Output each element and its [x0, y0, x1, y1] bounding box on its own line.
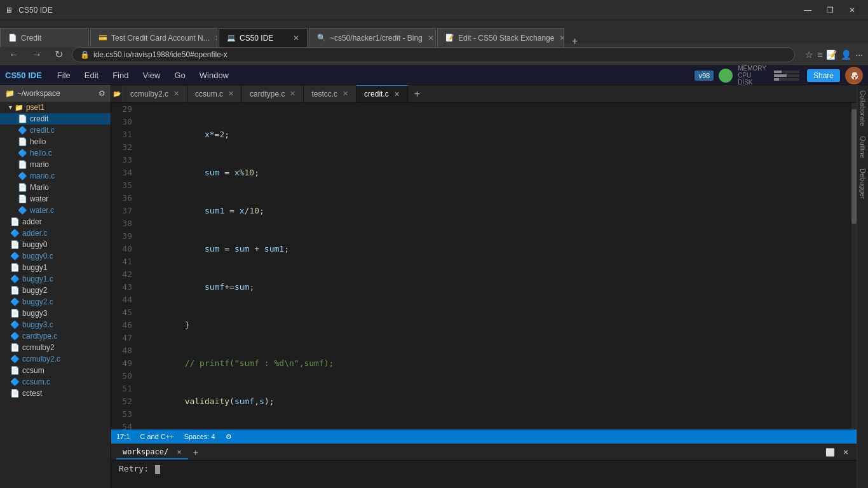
terminal-tab-close[interactable]: ✕ — [177, 447, 181, 456]
ccsum-tab-close[interactable]: ✕ — [228, 90, 234, 98]
terminal-maximize-button[interactable]: ⬜ — [823, 447, 837, 458]
sidebar-item-mario[interactable]: 📄 mario — [0, 159, 111, 170]
sidebar-item-buggy1[interactable]: 📄 buggy1 — [0, 262, 111, 273]
browser-tab-stackexchange[interactable]: 📝 Edit - CS50 Stack Exchange ✕ — [437, 28, 564, 47]
sidebar-item-adder[interactable]: 📄 adder — [0, 216, 111, 227]
right-sidebar-collaborate[interactable]: Collaborate — [858, 85, 868, 131]
editor-tab-credit[interactable]: credit.c ✕ — [356, 85, 408, 102]
terminal-close-button[interactable]: ✕ — [840, 447, 851, 458]
sidebar-item-buggy3-c[interactable]: 🔷 buggy3.c — [0, 319, 111, 330]
browser-tab-cs50ide[interactable]: 💻 CS50 IDE ✕ — [219, 28, 308, 47]
right-sidebar-debugger[interactable]: Debugger — [858, 163, 868, 204]
share-button[interactable]: Share — [807, 69, 840, 82]
testcc-tab-close[interactable]: ✕ — [342, 90, 348, 98]
adder-label: adder — [22, 217, 42, 226]
editor-tab-cardtype[interactable]: cardtype.c ✕ — [242, 86, 304, 102]
sidebar-item-buggy0-c[interactable]: 🔷 buggy0.c — [0, 250, 111, 262]
browser-tab-credit[interactable]: 📄 Credit — [0, 28, 89, 47]
sidebar-item-buggy2[interactable]: 📄 buggy2 — [0, 285, 111, 296]
tab-cs50ide-close[interactable]: ✕ — [288, 34, 299, 43]
refresh-button[interactable]: ↻ — [51, 47, 67, 62]
sidebar-item-buggy1-c[interactable]: 🔷 buggy1.c — [0, 273, 111, 285]
sidebar-header: 📁 ~/workspace ⚙ — [0, 85, 111, 102]
sidebar-gear-icon[interactable]: ⚙ — [98, 89, 105, 98]
sidebar-item-mario-c[interactable]: 🔷 mario.c — [0, 170, 111, 182]
add-editor-tab-button[interactable]: + — [408, 88, 426, 100]
workspace-folder-icon: 📁 — [5, 89, 15, 98]
sidebar-item-ccmulby2-c[interactable]: 🔷 ccmulby2.c — [0, 353, 111, 365]
minimize-button[interactable]: — — [796, 0, 819, 20]
user-thumbnail: 🐶 — [845, 67, 863, 85]
line-num-50: 50 — [114, 370, 137, 383]
address-box[interactable]: 🔒 ide.cs50.io/ravisp1988/ide50#openfile-… — [72, 47, 795, 62]
sidebar-item-adder-c[interactable]: 🔷 adder.c — [0, 227, 111, 239]
line-num-52: 52 — [114, 395, 137, 408]
tab-stackexchange-icon: 📝 — [445, 34, 454, 42]
new-tab-button[interactable]: + — [566, 36, 584, 47]
browser-tab-testcredit[interactable]: 💳 Test Credit Card Account N... ✕ — [90, 28, 217, 47]
tab-stackexchange-close[interactable]: ✕ — [554, 34, 564, 43]
sidebar-item-water[interactable]: 📄 water — [0, 193, 111, 205]
tab-testcredit-close[interactable]: ✕ — [210, 34, 217, 43]
sidebar-item-ccsum-c[interactable]: 🔷 ccsum.c — [0, 376, 111, 388]
sidebar-item-mario-capital[interactable]: 📄 Mario — [0, 182, 111, 193]
code-editor[interactable]: 29 30 31 32 33 34 35 36 37 38 39 40 41 4… — [111, 103, 857, 430]
ccmulby2-tab-close[interactable]: ✕ — [173, 90, 179, 98]
sidebar-item-water-c[interactable]: 🔷 water.c — [0, 205, 111, 216]
mario-capital-label: Mario — [30, 183, 49, 192]
sidebar-item-cardtype-c[interactable]: 🔷 cardtype.c — [0, 330, 111, 342]
sidebar-item-pset1[interactable]: ▼ 📁 pset1 — [0, 102, 111, 113]
editor-tab-testcc[interactable]: testcc.c ✕ — [304, 86, 356, 102]
sidebar-item-cctest[interactable]: 📄 cctest — [0, 388, 111, 399]
menu-window[interactable]: Window — [193, 68, 235, 83]
editor-scrollbar[interactable] — [851, 103, 857, 430]
back-button[interactable]: ← — [5, 48, 23, 62]
favorites-button[interactable]: ☆ — [805, 50, 813, 60]
terminal-cursor — [155, 465, 160, 474]
add-terminal-button[interactable]: + — [188, 447, 203, 458]
sidebar-item-credit[interactable]: 📄 credit — [0, 113, 111, 125]
more-button[interactable]: ··· — [855, 50, 863, 60]
cardtype-tab-close[interactable]: ✕ — [290, 90, 295, 98]
sidebar-item-buggy2-c[interactable]: 🔷 buggy2.c — [0, 296, 111, 308]
sidebar-item-buggy0[interactable]: 📄 buggy0 — [0, 239, 111, 250]
close-button[interactable]: ✕ — [841, 0, 863, 20]
address-text: ide.cs50.io/ravisp1988/ide50#openfile-x — [93, 50, 227, 59]
code-area[interactable]: x*=2; sum = x%10; sum1 = x/10; sum = sum… — [140, 103, 857, 430]
menu-view[interactable]: View — [136, 68, 166, 83]
menu-edit[interactable]: Edit — [78, 68, 105, 83]
menu-find[interactable]: Find — [106, 68, 135, 83]
water-c-label: water.c — [30, 206, 54, 215]
menu-go[interactable]: Go — [168, 68, 191, 83]
tab-bing-close[interactable]: ✕ — [423, 34, 434, 43]
sidebar-item-hello[interactable]: 📄 hello — [0, 136, 111, 147]
sidebar-item-ccsum[interactable]: 📄 ccsum — [0, 365, 111, 376]
line-num-37: 37 — [114, 205, 137, 217]
sidebar-item-buggy3[interactable]: 📄 buggy3 — [0, 308, 111, 319]
credit-tab-close[interactable]: ✕ — [394, 90, 400, 98]
account-button[interactable]: 👤 — [841, 50, 851, 60]
right-sidebar-outline[interactable]: Outline — [858, 131, 868, 163]
notes-button[interactable]: 📝 — [826, 50, 837, 60]
line-num-51: 51 — [114, 383, 137, 395]
code-line-31: sum1 = x/10; — [145, 205, 851, 217]
terminal-tab-workspace[interactable]: workspace/ ✕ — [116, 445, 188, 459]
sidebar-item-hello-c[interactable]: 🔷 hello.c — [0, 147, 111, 159]
reader-button[interactable]: ≡ — [817, 50, 822, 60]
line-num-33: 33 — [114, 154, 137, 166]
forward-button[interactable]: → — [28, 48, 46, 62]
maximize-button[interactable]: ❐ — [819, 0, 841, 20]
ide-container: CS50 IDE File Edit Find View Go Window v… — [0, 66, 868, 488]
menu-file[interactable]: File — [51, 68, 77, 83]
editor-tab-ccmulby2[interactable]: ccmulby2.c ✕ — [123, 86, 187, 102]
sidebar-item-credit-c[interactable]: 🔷 credit.c — [0, 125, 111, 136]
user-avatar — [719, 69, 733, 83]
line-num-31: 31 — [114, 128, 137, 141]
sidebar-item-ccmulby2[interactable]: 📄 ccmulby2 — [0, 342, 111, 353]
settings-icon[interactable]: ⚙ — [226, 433, 232, 441]
line-num-46: 46 — [114, 319, 137, 332]
hello-label: hello — [30, 137, 46, 146]
water-c-icon: 🔷 — [18, 206, 27, 215]
browser-tab-bing[interactable]: 🔍 ~cs50/hacker1/credit - Bing ✕ — [309, 28, 436, 47]
editor-tab-ccsum[interactable]: ccsum.c ✕ — [187, 86, 242, 102]
